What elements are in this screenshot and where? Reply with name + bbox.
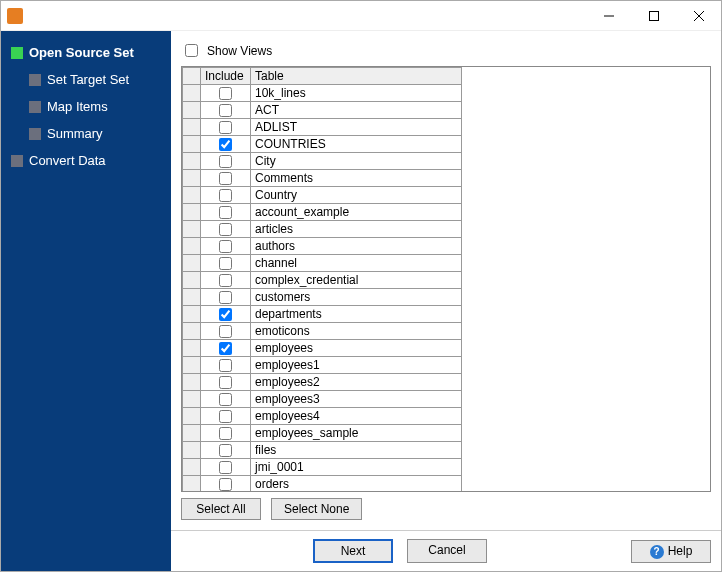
- table-name-cell[interactable]: Country: [251, 187, 462, 204]
- show-views-input[interactable]: [185, 44, 198, 57]
- table-name-cell[interactable]: ADLIST: [251, 119, 462, 136]
- row-header[interactable]: [183, 221, 201, 238]
- table-row[interactable]: employees3: [183, 391, 462, 408]
- include-checkbox[interactable]: [219, 393, 232, 406]
- include-cell[interactable]: [201, 306, 251, 323]
- table-name-cell[interactable]: ACT: [251, 102, 462, 119]
- include-checkbox[interactable]: [219, 189, 232, 202]
- grid-header-include[interactable]: Include: [201, 68, 251, 85]
- row-header[interactable]: [183, 374, 201, 391]
- row-header[interactable]: [183, 238, 201, 255]
- table-name-cell[interactable]: 10k_lines: [251, 85, 462, 102]
- include-cell[interactable]: [201, 442, 251, 459]
- table-name-cell[interactable]: departments: [251, 306, 462, 323]
- table-name-cell[interactable]: jmi_0001: [251, 459, 462, 476]
- include-cell[interactable]: [201, 204, 251, 221]
- include-checkbox[interactable]: [219, 461, 232, 474]
- include-checkbox[interactable]: [219, 138, 232, 151]
- include-cell[interactable]: [201, 170, 251, 187]
- table-name-cell[interactable]: COUNTRIES: [251, 136, 462, 153]
- table-row[interactable]: employees1: [183, 357, 462, 374]
- table-row[interactable]: files: [183, 442, 462, 459]
- table-row[interactable]: Comments: [183, 170, 462, 187]
- include-cell[interactable]: [201, 221, 251, 238]
- nav-item[interactable]: Summary: [7, 120, 165, 147]
- row-header[interactable]: [183, 102, 201, 119]
- row-header[interactable]: [183, 187, 201, 204]
- row-header[interactable]: [183, 255, 201, 272]
- cancel-button[interactable]: Cancel: [407, 539, 487, 563]
- table-row[interactable]: account_example: [183, 204, 462, 221]
- table-row[interactable]: articles: [183, 221, 462, 238]
- include-cell[interactable]: [201, 153, 251, 170]
- row-header[interactable]: [183, 340, 201, 357]
- close-button[interactable]: [676, 1, 721, 31]
- include-cell[interactable]: [201, 476, 251, 492]
- include-cell[interactable]: [201, 340, 251, 357]
- row-header[interactable]: [183, 323, 201, 340]
- row-header[interactable]: [183, 272, 201, 289]
- table-row[interactable]: 10k_lines: [183, 85, 462, 102]
- include-cell[interactable]: [201, 102, 251, 119]
- include-checkbox[interactable]: [219, 376, 232, 389]
- include-cell[interactable]: [201, 272, 251, 289]
- select-all-button[interactable]: Select All: [181, 498, 261, 520]
- nav-item[interactable]: Convert Data: [7, 147, 165, 174]
- row-header[interactable]: [183, 204, 201, 221]
- table-row[interactable]: departments: [183, 306, 462, 323]
- table-name-cell[interactable]: employees4: [251, 408, 462, 425]
- table-row[interactable]: channel: [183, 255, 462, 272]
- row-header[interactable]: [183, 425, 201, 442]
- row-header[interactable]: [183, 306, 201, 323]
- row-header[interactable]: [183, 289, 201, 306]
- table-name-cell[interactable]: employees3: [251, 391, 462, 408]
- next-button[interactable]: Next: [313, 539, 393, 563]
- include-checkbox[interactable]: [219, 325, 232, 338]
- row-header[interactable]: [183, 119, 201, 136]
- row-header[interactable]: [183, 136, 201, 153]
- row-header[interactable]: [183, 442, 201, 459]
- include-cell[interactable]: [201, 323, 251, 340]
- include-checkbox[interactable]: [219, 240, 232, 253]
- table-name-cell[interactable]: employees1: [251, 357, 462, 374]
- include-checkbox[interactable]: [219, 291, 232, 304]
- include-checkbox[interactable]: [219, 410, 232, 423]
- table-name-cell[interactable]: customers: [251, 289, 462, 306]
- include-checkbox[interactable]: [219, 444, 232, 457]
- table-row[interactable]: Country: [183, 187, 462, 204]
- row-header[interactable]: [183, 459, 201, 476]
- include-checkbox[interactable]: [219, 274, 232, 287]
- include-checkbox[interactable]: [219, 223, 232, 236]
- include-checkbox[interactable]: [219, 121, 232, 134]
- table-row[interactable]: ADLIST: [183, 119, 462, 136]
- include-cell[interactable]: [201, 136, 251, 153]
- table-row[interactable]: ACT: [183, 102, 462, 119]
- include-checkbox[interactable]: [219, 206, 232, 219]
- table-name-cell[interactable]: City: [251, 153, 462, 170]
- table-name-cell[interactable]: employees: [251, 340, 462, 357]
- maximize-button[interactable]: [631, 1, 676, 31]
- table-name-cell[interactable]: Comments: [251, 170, 462, 187]
- include-checkbox[interactable]: [219, 342, 232, 355]
- table-name-cell[interactable]: employees2: [251, 374, 462, 391]
- table-name-cell[interactable]: emoticons: [251, 323, 462, 340]
- row-header[interactable]: [183, 476, 201, 492]
- include-cell[interactable]: [201, 85, 251, 102]
- table-row[interactable]: employees4: [183, 408, 462, 425]
- table-name-cell[interactable]: employees_sample: [251, 425, 462, 442]
- select-none-button[interactable]: Select None: [271, 498, 362, 520]
- table-row[interactable]: jmi_0001: [183, 459, 462, 476]
- table-row[interactable]: customers: [183, 289, 462, 306]
- table-row[interactable]: City: [183, 153, 462, 170]
- table-row[interactable]: employees: [183, 340, 462, 357]
- include-cell[interactable]: [201, 238, 251, 255]
- include-cell[interactable]: [201, 391, 251, 408]
- include-cell[interactable]: [201, 119, 251, 136]
- include-checkbox[interactable]: [219, 87, 232, 100]
- help-button[interactable]: ?Help: [631, 540, 711, 563]
- include-checkbox[interactable]: [219, 427, 232, 440]
- table-row[interactable]: employees_sample: [183, 425, 462, 442]
- row-header[interactable]: [183, 391, 201, 408]
- nav-item[interactable]: Open Source Set: [7, 39, 165, 66]
- include-checkbox[interactable]: [219, 478, 232, 491]
